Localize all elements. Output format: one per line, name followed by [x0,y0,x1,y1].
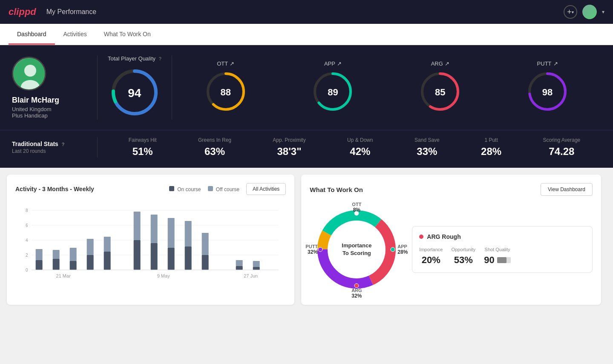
legend-off-course: Off course [208,186,239,192]
svg-rect-46 [253,267,260,270]
svg-rect-33 [104,237,111,252]
fairways-label: Fairways Hit [129,137,157,143]
header-left: clippd My Performance [9,6,96,17]
trad-metric-sandsave: Sand Save 33% [414,137,440,158]
svg-rect-43 [202,233,209,255]
main-ring-container: 94 [109,67,160,120]
wtwo-title: What To Work On [310,186,363,193]
activity-panel: Activity - 3 Months - Weekly On course O… [7,175,294,305]
arg-score: 85 [435,87,445,98]
svg-text:0: 0 [26,268,28,272]
arg-ring: 85 [419,70,461,115]
svg-rect-38 [168,248,175,270]
trad-metric-fairways: Fairways Hit 51% [129,137,157,158]
arg-shot-quality-label: Shot Quality [484,247,510,252]
trad-metric-updown: Up & Down 42% [347,137,373,158]
ott-donut-label: OTT 8% [352,202,361,213]
quality-main: Total Player Quality ? 94 [108,55,172,120]
view-dashboard-button[interactable]: View Dashboard [541,183,593,196]
putt-ring: 98 [526,70,569,115]
arg-opportunity-label: Opportunity [451,247,475,252]
player-handicap: Plus Handicap [12,112,48,119]
svg-rect-40 [185,246,192,270]
app-logo[interactable]: clippd [9,6,36,17]
arg-card-title: ARG Rough [419,233,585,240]
tab-dashboard[interactable]: Dashboard [9,24,55,45]
trad-metric-proximity: App. Proximity 38'3" [273,137,305,158]
arg-trend-icon: ↗ [445,60,449,67]
svg-rect-31 [87,239,94,255]
tab-activities[interactable]: Activities [55,24,95,45]
oneputt-label: 1 Putt [481,137,501,143]
svg-point-1 [24,65,36,77]
gir-label: Greens In Reg [198,137,231,143]
svg-rect-45 [236,260,243,266]
player-avatar [12,57,46,91]
quality-label: Total Player Quality ? [108,55,161,62]
gir-value: 63% [198,146,231,158]
trad-help-icon[interactable]: ? [62,142,65,147]
svg-rect-35 [134,212,141,240]
quality-section: Total Player Quality ? 94 OTT ↗ [97,55,601,120]
user-avatar[interactable] [582,5,597,19]
arg-label: ARG ↗ [431,60,449,67]
main-score: 94 [128,86,141,100]
svg-point-58 [391,247,395,252]
arg-card: ARG Rough Importance 20% Opportunity 53%… [412,226,593,273]
legend-on-course: On course [169,186,201,192]
svg-text:4: 4 [26,238,28,243]
arg-importance-label: Importance [419,247,443,252]
all-activities-button[interactable]: All Activities [246,183,286,195]
putt-donut-label: PUTT 32% [305,244,318,255]
header: clippd My Performance + ▾ ▾ [0,0,613,24]
arg-shot-quality: Shot Quality 90 [484,247,510,266]
proximity-value: 38'3" [273,146,305,158]
oneputt-value: 28% [481,146,501,158]
svg-rect-26 [53,259,60,270]
add-button[interactable]: + ▾ [564,5,577,19]
svg-rect-36 [151,243,158,270]
app-score: 89 [328,87,338,98]
wtwo-content: ImportanceTo Scoring OTT 8% APP 28% ARG … [310,203,593,296]
arg-opportunity-value: 53% [451,255,475,266]
header-right: + ▾ ▾ [564,5,604,19]
svg-rect-27 [53,250,60,259]
metric-scores: OTT ↗ 88 APP ↗ [172,60,601,115]
ott-trend-icon: ↗ [230,60,234,67]
metric-ott: OTT ↗ 88 [204,60,247,115]
avatar-chevron-icon: ▾ [602,9,604,15]
quality-help-icon[interactable]: ? [159,56,161,61]
trad-stats-subtitle: Last 20 rounds [12,148,97,154]
svg-rect-42 [202,255,209,270]
svg-rect-29 [70,248,77,261]
arg-metrics: Importance 20% Opportunity 53% Shot Qual… [419,247,585,266]
svg-rect-28 [70,261,77,270]
trad-stats-title: Traditional Stats ? [12,140,97,147]
trad-metric-scoring: Scoring Average 74.28 [543,137,580,158]
svg-text:27 Jun: 27 Jun [244,273,258,278]
trad-stats: Traditional Stats ? Last 20 rounds Fairw… [0,130,613,168]
svg-text:8: 8 [26,208,28,213]
shot-quality-indicator [497,257,511,263]
trad-stats-label: Traditional Stats ? Last 20 rounds [12,140,97,154]
scoring-value: 74.28 [543,146,580,158]
plus-icon: + [567,8,572,17]
putt-score: 98 [542,87,553,98]
wtwo-header: What To Work On View Dashboard [310,183,593,196]
svg-rect-37 [151,215,158,243]
svg-rect-24 [36,260,43,270]
svg-rect-25 [36,249,43,260]
chart-legend: On course Off course [169,186,239,192]
tab-what-to-work-on[interactable]: What To Work On [95,24,159,45]
header-title: My Performance [46,8,96,16]
chevron-down-icon: ▾ [572,10,574,14]
nav-tabs: Dashboard Activities What To Work On [0,24,613,45]
fairways-value: 51% [129,146,157,158]
legend-on-icon [169,186,174,191]
activity-chart-svg: 8 6 4 2 0 [15,202,286,287]
donut-center-text: ImportanceTo Scoring [342,242,371,257]
app-ring: 89 [311,70,354,115]
putt-label: PUTT ↗ [537,60,558,67]
ott-ring: 88 [204,70,247,115]
sandsave-label: Sand Save [414,137,440,143]
